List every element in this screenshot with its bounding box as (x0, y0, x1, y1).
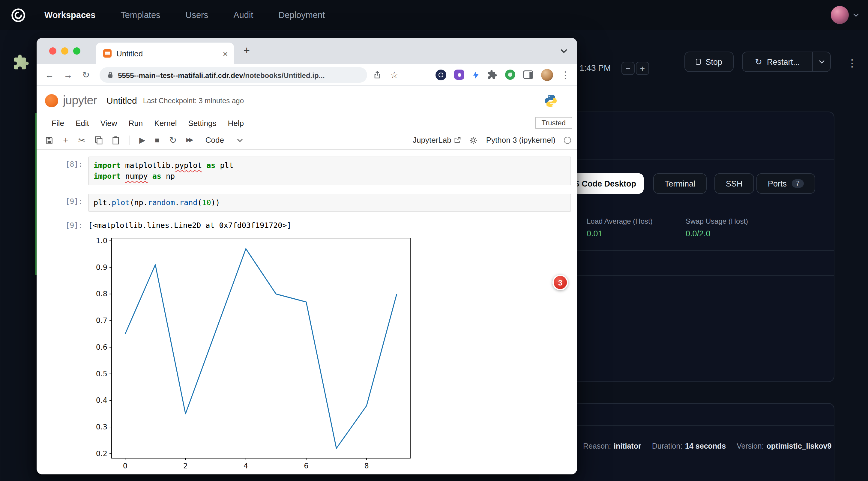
copy-cell-icon[interactable] (95, 136, 102, 144)
interrupt-kernel-icon[interactable]: ■ (155, 136, 160, 144)
nav-item-audit[interactable]: Audit (234, 10, 253, 20)
address-bar[interactable]: 5555--main--test--matifali.atif.cdr.dev/… (99, 67, 367, 83)
open-jupyterlab-link[interactable]: JupyterLab (413, 135, 461, 145)
browser-toolbar: ← → ↻ 5555--main--test--matifali.atif.cd… (37, 64, 577, 86)
bookmark-star-icon[interactable]: ☆ (390, 69, 398, 80)
notebook-title[interactable]: Untitled (106, 95, 137, 105)
add-cell-icon[interactable]: + (63, 135, 69, 145)
zoom-in-button[interactable]: + (636, 62, 649, 75)
svg-text:0.8: 0.8 (96, 290, 107, 298)
extension-icon-purple[interactable] (454, 70, 464, 80)
password-manager-extension-icon[interactable] (435, 69, 446, 80)
svg-text:0.4: 0.4 (96, 396, 107, 405)
svg-text:0.7: 0.7 (96, 316, 107, 325)
restart-run-all-icon[interactable]: ▶▶ (186, 137, 192, 143)
chevron-down-icon (853, 13, 859, 17)
workspace-panel (539, 111, 834, 382)
workspace-time: 1:43 PM (580, 63, 611, 72)
nav-item-users[interactable]: Users (186, 10, 209, 20)
swap-usage-value: 0.0/2.0 (686, 229, 748, 238)
tab-search-chevron-icon[interactable] (560, 49, 567, 53)
terminal-label: Terminal (665, 179, 695, 188)
restart-icon: ↻ (755, 57, 762, 67)
workspace-kebab-menu[interactable]: ⋮ (847, 57, 857, 70)
duration-value: 14 seconds (685, 442, 726, 450)
run-cell-icon[interactable]: ▶ (139, 136, 145, 144)
ports-button[interactable]: Ports 7 (756, 173, 815, 194)
coder-logo[interactable] (10, 7, 26, 23)
settings-gear-icon[interactable] (469, 136, 478, 144)
tab-close-icon[interactable]: × (222, 49, 228, 58)
ssh-button[interactable]: SSH (714, 173, 754, 194)
notebook-area: [8]: import matplotlib.pyplot as plt imp… (37, 150, 577, 474)
forward-button[interactable]: → (64, 70, 72, 80)
paste-cell-icon[interactable] (112, 136, 119, 144)
extensions-puzzle-icon[interactable] (487, 70, 497, 80)
menu-kernel[interactable]: Kernel (154, 119, 177, 127)
code-line: import matplotlib.pyplot as plt (94, 160, 566, 171)
reload-button[interactable]: ↻ (82, 69, 90, 80)
terminal-button[interactable]: Terminal (653, 173, 707, 194)
menu-settings[interactable]: Settings (188, 119, 217, 127)
svg-text:0: 0 (123, 462, 127, 470)
notification-badge[interactable]: 3 (553, 275, 568, 290)
code-editor[interactable]: plt.plot(np.random.rand(10)) (88, 194, 571, 212)
cut-cell-icon[interactable]: ✂ (78, 136, 85, 144)
zoom-out-button[interactable]: − (621, 62, 634, 75)
restart-workspace-button[interactable]: ↻ Restart... (742, 52, 813, 72)
nav-items: Workspaces Templates Users Audit Deploym… (44, 10, 325, 20)
code-editor[interactable]: import matplotlib.pyplot as plt import n… (88, 157, 571, 185)
svg-text:4: 4 (244, 462, 248, 470)
menu-edit[interactable]: Edit (75, 119, 89, 127)
menu-view[interactable]: View (100, 119, 117, 127)
nav-item-deployment[interactable]: Deployment (278, 10, 325, 20)
browser-menu-icon[interactable]: ⋮ (561, 69, 570, 80)
browser-tab-strip: Untitled × + (37, 38, 577, 64)
side-panel-icon[interactable] (523, 70, 533, 79)
lightning-extension-icon[interactable] (472, 70, 479, 79)
user-avatar[interactable] (831, 6, 849, 24)
code-line: import numpy as np (94, 171, 566, 182)
trusted-button[interactable]: Trusted (535, 117, 572, 129)
restart-options-button[interactable] (812, 52, 831, 72)
restart-kernel-icon[interactable]: ↻ (169, 135, 177, 145)
nav-user-menu[interactable] (831, 6, 859, 24)
browser-profile-avatar[interactable] (541, 69, 553, 81)
panel-divider (539, 250, 834, 251)
menu-file[interactable]: File (52, 119, 64, 127)
svg-text:2: 2 (183, 462, 188, 470)
panel-divider (539, 425, 834, 426)
nav-item-templates[interactable]: Templates (121, 10, 160, 20)
browser-tab[interactable]: Untitled × (96, 42, 234, 64)
jupyter-logo-text: jupyter (63, 94, 97, 107)
window-close-button[interactable] (49, 47, 56, 55)
kernel-status-icon (564, 136, 571, 143)
save-icon[interactable] (45, 136, 53, 144)
cell-type-dropdown[interactable]: Code (206, 135, 243, 145)
svg-text:1.0: 1.0 (96, 236, 107, 245)
ssh-label: SSH (726, 179, 743, 188)
url-path: /notebooks/Untitled.ip... (243, 71, 325, 79)
window-maximize-button[interactable] (73, 47, 81, 55)
code-cell[interactable]: [8]: import matplotlib.pyplot as plt imp… (37, 157, 577, 185)
svg-text:0.9: 0.9 (96, 263, 107, 272)
kernel-name[interactable]: Python 3 (ipykernel) (486, 135, 555, 145)
ports-count-badge: 7 (792, 179, 804, 188)
panel-divider (539, 275, 834, 276)
menu-run[interactable]: Run (129, 119, 143, 127)
chevron-down-icon (237, 138, 243, 142)
new-tab-button[interactable]: + (244, 45, 250, 56)
restart-label: Restart... (767, 57, 800, 66)
menu-help[interactable]: Help (228, 119, 244, 127)
window-minimize-button[interactable] (61, 47, 68, 55)
extension-icon-green[interactable] (505, 70, 515, 80)
swap-usage-label: Swap Usage (Host) (686, 217, 748, 225)
share-icon[interactable] (373, 70, 381, 79)
svg-text:0.5: 0.5 (96, 370, 107, 378)
back-button[interactable]: ← (45, 70, 54, 80)
nav-item-workspaces[interactable]: Workspaces (44, 10, 95, 20)
code-cell[interactable]: [9]: plt.plot(np.random.rand(10)) (37, 194, 577, 212)
screen: Workspaces Templates Users Audit Deploym… (0, 0, 868, 481)
browser-window: Untitled × + ← → ↻ 5555--main--test--mat… (37, 38, 577, 474)
stop-workspace-button[interactable]: Stop (684, 52, 734, 72)
